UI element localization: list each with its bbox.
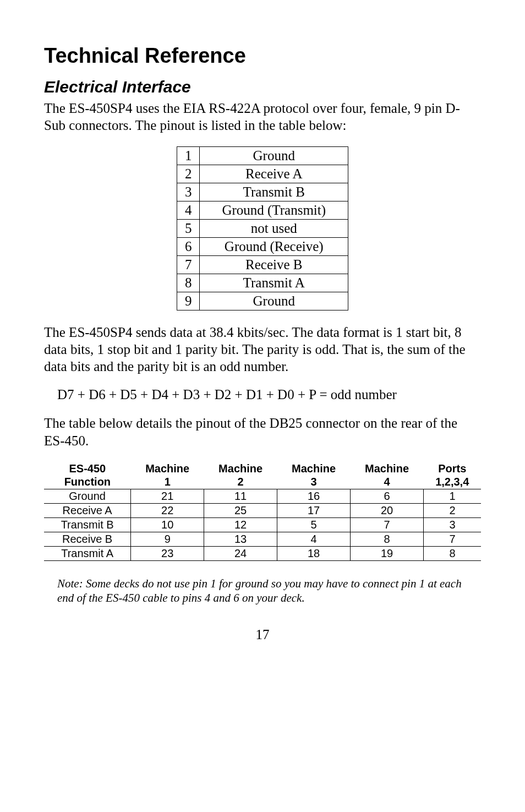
table-row: 8Transmit A (177, 274, 348, 292)
table-row: Transmit A 23 24 18 19 8 (44, 546, 481, 560)
header-line: 1 (165, 476, 171, 488)
header-line: Machine (145, 462, 189, 475)
header-line: Function (64, 476, 111, 488)
table-row: Receive A 22 25 17 20 2 (44, 503, 481, 517)
table-row: Receive B 9 13 4 8 7 (44, 532, 481, 546)
pin-signal: Receive B (200, 255, 348, 274)
cell-m2: 12 (204, 517, 277, 532)
pin-signal: Receive A (200, 165, 348, 183)
cell-ports: 1 (423, 489, 481, 503)
db25-header-m4: Machine 4 (351, 461, 424, 489)
cell-m4: 8 (351, 532, 424, 546)
pin-number: 2 (177, 165, 200, 183)
cell-ports: 2 (423, 503, 481, 517)
cell-func: Receive B (44, 532, 131, 546)
cell-m4: 19 (351, 546, 424, 560)
header-line: 1,2,3,4 (435, 476, 469, 488)
table-row: Ground 21 11 16 6 1 (44, 489, 481, 503)
db25-header-m2: Machine 2 (204, 461, 277, 489)
cell-m1: 23 (131, 546, 204, 560)
header-line: Machine (365, 462, 409, 475)
cell-m1: 22 (131, 503, 204, 517)
db25-header-function: ES-450 Function (44, 461, 131, 489)
page-title: Technical Reference (44, 44, 481, 68)
pin-number: 7 (177, 255, 200, 274)
table-row: 6Ground (Receive) (177, 237, 348, 255)
intro-paragraph: The ES-450SP4 uses the EIA RS-422A proto… (44, 100, 481, 134)
cell-m2: 11 (204, 489, 277, 503)
pin-signal: Transmit A (200, 274, 348, 292)
section-heading: Electrical Interface (44, 78, 481, 96)
pin-number: 1 (177, 146, 200, 165)
cell-m4: 7 (351, 517, 424, 532)
cell-m1: 21 (131, 489, 204, 503)
cell-ports: 7 (423, 532, 481, 546)
page-number: 17 (44, 627, 481, 642)
cell-m3: 5 (277, 517, 351, 532)
pin-signal: Transmit B (200, 183, 348, 201)
pin-number: 5 (177, 219, 200, 237)
cell-m3: 4 (277, 532, 351, 546)
pin-number: 8 (177, 274, 200, 292)
pin-number: 3 (177, 183, 200, 201)
parity-equation: D7 + D6 + D5 + D4 + D3 + D2 + D1 + D0 + … (57, 387, 481, 402)
db25-intro-paragraph: The table below details the pinout of th… (44, 415, 481, 449)
cell-m4: 20 (351, 503, 424, 517)
cell-m2: 24 (204, 546, 277, 560)
pin-number: 4 (177, 201, 200, 219)
cell-m3: 18 (277, 546, 351, 560)
table-row: 7Receive B (177, 255, 348, 274)
header-line: Machine (292, 462, 336, 475)
header-line: ES-450 (69, 462, 106, 475)
pinout-table: 1Ground 2Receive A 3Transmit B 4Ground (… (177, 146, 348, 310)
cell-func: Receive A (44, 503, 131, 517)
pin-number: 6 (177, 237, 200, 255)
footnote: Note: Some decks do not use pin 1 for gr… (57, 576, 481, 606)
table-row: 9Ground (177, 292, 348, 310)
cell-ports: 3 (423, 517, 481, 532)
header-line: 3 (311, 476, 317, 488)
cell-ports: 8 (423, 546, 481, 560)
cell-m2: 25 (204, 503, 277, 517)
cell-m4: 6 (351, 489, 424, 503)
cell-m1: 10 (131, 517, 204, 532)
pin-signal: Ground (Transmit) (200, 201, 348, 219)
cell-func: Transmit B (44, 517, 131, 532)
pin-signal: Ground (200, 292, 348, 310)
table-row: 5not used (177, 219, 348, 237)
db25-table: ES-450 Function Machine 1 Machine 2 Mach… (44, 461, 481, 561)
header-line: 2 (238, 476, 244, 488)
table-row: 1Ground (177, 146, 348, 165)
pin-signal: Ground (200, 146, 348, 165)
data-format-paragraph: The ES-450SP4 sends data at 38.4 kbits/s… (44, 324, 481, 375)
cell-m2: 13 (204, 532, 277, 546)
pin-signal: not used (200, 219, 348, 237)
header-line: 4 (384, 476, 390, 488)
pin-signal: Ground (Receive) (200, 237, 348, 255)
db25-header-ports: Ports 1,2,3,4 (423, 461, 481, 489)
table-row: 2Receive A (177, 165, 348, 183)
db25-header-m3: Machine 3 (277, 461, 351, 489)
cell-m1: 9 (131, 532, 204, 546)
db25-header-m1: Machine 1 (131, 461, 204, 489)
table-row: 4Ground (Transmit) (177, 201, 348, 219)
table-row: Transmit B 10 12 5 7 3 (44, 517, 481, 532)
header-line: Machine (218, 462, 262, 475)
cell-func: Ground (44, 489, 131, 503)
table-row: 3Transmit B (177, 183, 348, 201)
pin-number: 9 (177, 292, 200, 310)
cell-m3: 16 (277, 489, 351, 503)
cell-m3: 17 (277, 503, 351, 517)
cell-func: Transmit A (44, 546, 131, 560)
header-line: Ports (438, 462, 466, 475)
